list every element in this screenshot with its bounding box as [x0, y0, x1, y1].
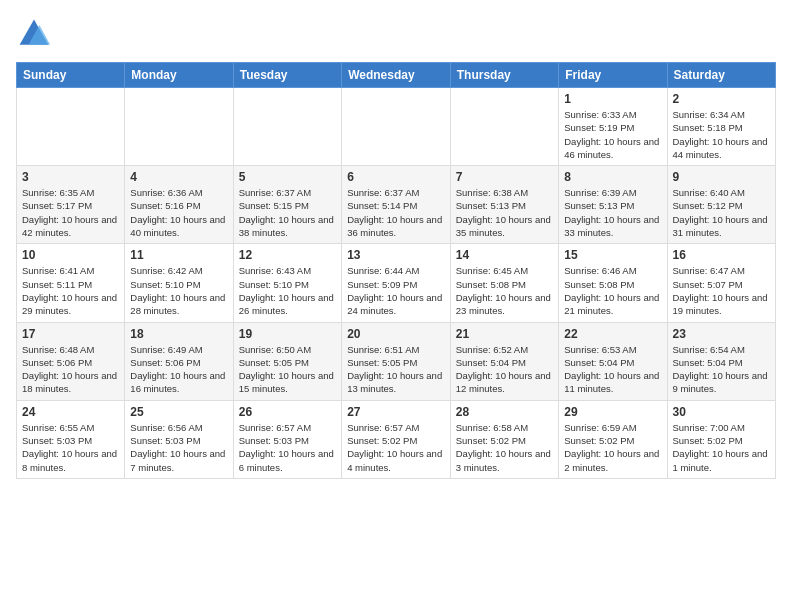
day-info: Sunrise: 6:37 AM Sunset: 5:14 PM Dayligh… [347, 186, 445, 239]
day-number: 26 [239, 405, 336, 419]
calendar-week-4: 17Sunrise: 6:48 AM Sunset: 5:06 PM Dayli… [17, 322, 776, 400]
day-number: 18 [130, 327, 227, 341]
day-info: Sunrise: 6:43 AM Sunset: 5:10 PM Dayligh… [239, 264, 336, 317]
calendar-cell: 18Sunrise: 6:49 AM Sunset: 5:06 PM Dayli… [125, 322, 233, 400]
day-number: 6 [347, 170, 445, 184]
day-info: Sunrise: 6:37 AM Sunset: 5:15 PM Dayligh… [239, 186, 336, 239]
calendar-cell: 2Sunrise: 6:34 AM Sunset: 5:18 PM Daylig… [667, 88, 776, 166]
day-info: Sunrise: 6:35 AM Sunset: 5:17 PM Dayligh… [22, 186, 119, 239]
calendar-week-3: 10Sunrise: 6:41 AM Sunset: 5:11 PM Dayli… [17, 244, 776, 322]
calendar-cell: 21Sunrise: 6:52 AM Sunset: 5:04 PM Dayli… [450, 322, 558, 400]
day-number: 9 [673, 170, 771, 184]
day-number: 8 [564, 170, 661, 184]
calendar-cell: 12Sunrise: 6:43 AM Sunset: 5:10 PM Dayli… [233, 244, 341, 322]
day-info: Sunrise: 6:38 AM Sunset: 5:13 PM Dayligh… [456, 186, 553, 239]
day-number: 12 [239, 248, 336, 262]
page-header [16, 16, 776, 52]
day-number: 1 [564, 92, 661, 106]
day-info: Sunrise: 6:59 AM Sunset: 5:02 PM Dayligh… [564, 421, 661, 474]
calendar-cell: 28Sunrise: 6:58 AM Sunset: 5:02 PM Dayli… [450, 400, 558, 478]
day-number: 21 [456, 327, 553, 341]
calendar-cell: 9Sunrise: 6:40 AM Sunset: 5:12 PM Daylig… [667, 166, 776, 244]
calendar-cell [125, 88, 233, 166]
calendar-cell: 30Sunrise: 7:00 AM Sunset: 5:02 PM Dayli… [667, 400, 776, 478]
day-number: 20 [347, 327, 445, 341]
calendar-cell: 11Sunrise: 6:42 AM Sunset: 5:10 PM Dayli… [125, 244, 233, 322]
day-header-thursday: Thursday [450, 63, 558, 88]
day-info: Sunrise: 6:39 AM Sunset: 5:13 PM Dayligh… [564, 186, 661, 239]
day-info: Sunrise: 6:44 AM Sunset: 5:09 PM Dayligh… [347, 264, 445, 317]
calendar-cell [450, 88, 558, 166]
day-info: Sunrise: 6:57 AM Sunset: 5:03 PM Dayligh… [239, 421, 336, 474]
day-number: 16 [673, 248, 771, 262]
day-number: 19 [239, 327, 336, 341]
calendar-cell [233, 88, 341, 166]
day-info: Sunrise: 6:53 AM Sunset: 5:04 PM Dayligh… [564, 343, 661, 396]
day-info: Sunrise: 6:36 AM Sunset: 5:16 PM Dayligh… [130, 186, 227, 239]
calendar-cell: 5Sunrise: 6:37 AM Sunset: 5:15 PM Daylig… [233, 166, 341, 244]
calendar-week-5: 24Sunrise: 6:55 AM Sunset: 5:03 PM Dayli… [17, 400, 776, 478]
calendar-week-1: 1Sunrise: 6:33 AM Sunset: 5:19 PM Daylig… [17, 88, 776, 166]
day-info: Sunrise: 6:42 AM Sunset: 5:10 PM Dayligh… [130, 264, 227, 317]
day-info: Sunrise: 6:48 AM Sunset: 5:06 PM Dayligh… [22, 343, 119, 396]
day-info: Sunrise: 6:56 AM Sunset: 5:03 PM Dayligh… [130, 421, 227, 474]
calendar-cell: 24Sunrise: 6:55 AM Sunset: 5:03 PM Dayli… [17, 400, 125, 478]
day-number: 11 [130, 248, 227, 262]
calendar: SundayMondayTuesdayWednesdayThursdayFrid… [16, 62, 776, 479]
day-info: Sunrise: 6:54 AM Sunset: 5:04 PM Dayligh… [673, 343, 771, 396]
day-info: Sunrise: 6:58 AM Sunset: 5:02 PM Dayligh… [456, 421, 553, 474]
day-number: 15 [564, 248, 661, 262]
calendar-cell [342, 88, 451, 166]
calendar-cell: 6Sunrise: 6:37 AM Sunset: 5:14 PM Daylig… [342, 166, 451, 244]
day-info: Sunrise: 6:47 AM Sunset: 5:07 PM Dayligh… [673, 264, 771, 317]
calendar-cell: 8Sunrise: 6:39 AM Sunset: 5:13 PM Daylig… [559, 166, 667, 244]
calendar-cell: 19Sunrise: 6:50 AM Sunset: 5:05 PM Dayli… [233, 322, 341, 400]
calendar-cell: 17Sunrise: 6:48 AM Sunset: 5:06 PM Dayli… [17, 322, 125, 400]
day-info: Sunrise: 6:52 AM Sunset: 5:04 PM Dayligh… [456, 343, 553, 396]
day-number: 23 [673, 327, 771, 341]
day-number: 5 [239, 170, 336, 184]
calendar-cell: 10Sunrise: 6:41 AM Sunset: 5:11 PM Dayli… [17, 244, 125, 322]
day-number: 25 [130, 405, 227, 419]
day-info: Sunrise: 6:55 AM Sunset: 5:03 PM Dayligh… [22, 421, 119, 474]
day-number: 7 [456, 170, 553, 184]
calendar-cell: 4Sunrise: 6:36 AM Sunset: 5:16 PM Daylig… [125, 166, 233, 244]
calendar-cell: 25Sunrise: 6:56 AM Sunset: 5:03 PM Dayli… [125, 400, 233, 478]
day-number: 22 [564, 327, 661, 341]
calendar-cell: 27Sunrise: 6:57 AM Sunset: 5:02 PM Dayli… [342, 400, 451, 478]
day-number: 30 [673, 405, 771, 419]
calendar-cell: 1Sunrise: 6:33 AM Sunset: 5:19 PM Daylig… [559, 88, 667, 166]
calendar-cell: 13Sunrise: 6:44 AM Sunset: 5:09 PM Dayli… [342, 244, 451, 322]
day-header-friday: Friday [559, 63, 667, 88]
day-number: 27 [347, 405, 445, 419]
day-info: Sunrise: 6:41 AM Sunset: 5:11 PM Dayligh… [22, 264, 119, 317]
day-header-tuesday: Tuesday [233, 63, 341, 88]
day-number: 24 [22, 405, 119, 419]
day-number: 14 [456, 248, 553, 262]
calendar-cell: 3Sunrise: 6:35 AM Sunset: 5:17 PM Daylig… [17, 166, 125, 244]
calendar-week-2: 3Sunrise: 6:35 AM Sunset: 5:17 PM Daylig… [17, 166, 776, 244]
calendar-cell: 26Sunrise: 6:57 AM Sunset: 5:03 PM Dayli… [233, 400, 341, 478]
calendar-cell: 22Sunrise: 6:53 AM Sunset: 5:04 PM Dayli… [559, 322, 667, 400]
day-info: Sunrise: 6:46 AM Sunset: 5:08 PM Dayligh… [564, 264, 661, 317]
calendar-cell [17, 88, 125, 166]
day-number: 13 [347, 248, 445, 262]
day-header-saturday: Saturday [667, 63, 776, 88]
day-info: Sunrise: 6:33 AM Sunset: 5:19 PM Dayligh… [564, 108, 661, 161]
day-header-sunday: Sunday [17, 63, 125, 88]
day-info: Sunrise: 7:00 AM Sunset: 5:02 PM Dayligh… [673, 421, 771, 474]
day-number: 2 [673, 92, 771, 106]
calendar-cell: 29Sunrise: 6:59 AM Sunset: 5:02 PM Dayli… [559, 400, 667, 478]
day-header-wednesday: Wednesday [342, 63, 451, 88]
day-info: Sunrise: 6:51 AM Sunset: 5:05 PM Dayligh… [347, 343, 445, 396]
day-number: 3 [22, 170, 119, 184]
day-number: 10 [22, 248, 119, 262]
logo [16, 16, 58, 52]
logo-icon [16, 16, 52, 52]
calendar-cell: 20Sunrise: 6:51 AM Sunset: 5:05 PM Dayli… [342, 322, 451, 400]
calendar-cell: 16Sunrise: 6:47 AM Sunset: 5:07 PM Dayli… [667, 244, 776, 322]
calendar-cell: 7Sunrise: 6:38 AM Sunset: 5:13 PM Daylig… [450, 166, 558, 244]
day-number: 29 [564, 405, 661, 419]
calendar-cell: 15Sunrise: 6:46 AM Sunset: 5:08 PM Dayli… [559, 244, 667, 322]
day-info: Sunrise: 6:50 AM Sunset: 5:05 PM Dayligh… [239, 343, 336, 396]
